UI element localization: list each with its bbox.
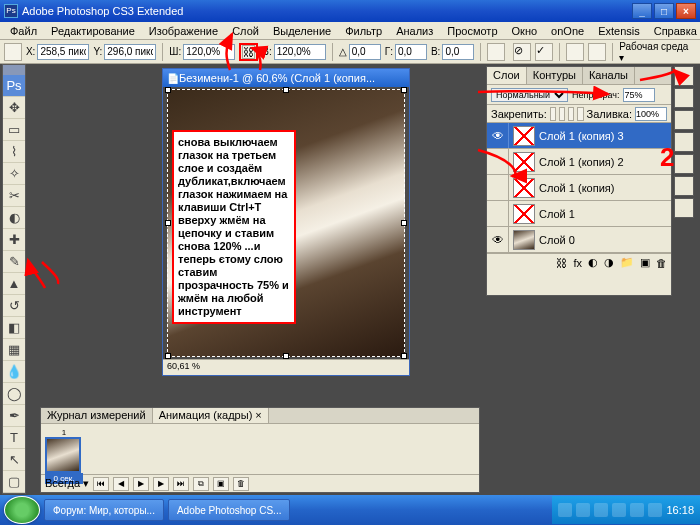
- minimize-button[interactable]: _: [632, 3, 652, 19]
- document-title[interactable]: 📄 Безимени-1 @ 60,6% (Слой 1 (копия...: [163, 69, 409, 87]
- tray-icon[interactable]: [576, 503, 590, 517]
- menu-Файл[interactable]: Файл: [4, 24, 43, 38]
- workspace-selector[interactable]: Рабочая среда ▾: [619, 41, 696, 63]
- minitab-6[interactable]: [674, 176, 694, 196]
- delete-frame-button[interactable]: 🗑: [233, 477, 249, 491]
- dodge-tool[interactable]: ◯: [3, 383, 25, 405]
- menu-Выделение[interactable]: Выделение: [267, 24, 337, 38]
- menu-Фильтр[interactable]: Фильтр: [339, 24, 388, 38]
- visibility-icon[interactable]: 👁: [487, 227, 509, 252]
- tray-icon[interactable]: [558, 503, 572, 517]
- next-frame-button[interactable]: ▶: [153, 477, 169, 491]
- close-button[interactable]: ×: [676, 3, 696, 19]
- menu-Extensis[interactable]: Extensis: [592, 24, 646, 38]
- tab-channels[interactable]: Каналы: [583, 67, 635, 84]
- first-frame-button[interactable]: ⏮: [93, 477, 109, 491]
- lock-pixels-icon[interactable]: [559, 107, 565, 121]
- eraser-tool[interactable]: ◧: [3, 317, 25, 339]
- minitab-4[interactable]: [674, 132, 694, 152]
- w-input[interactable]: [183, 44, 235, 60]
- path-tool[interactable]: ↖: [3, 449, 25, 471]
- menu-onOne[interactable]: onOne: [545, 24, 590, 38]
- system-tray[interactable]: 16:18: [552, 496, 700, 524]
- commit-transform-icon[interactable]: ✓: [535, 43, 553, 61]
- x-input[interactable]: [37, 44, 89, 60]
- y-input[interactable]: [104, 44, 156, 60]
- menu-Справка[interactable]: Справка: [648, 24, 700, 38]
- blend-mode-select[interactable]: Нормальный: [491, 88, 568, 102]
- move-tool[interactable]: ✥: [3, 97, 25, 119]
- new-frame-button[interactable]: ▣: [213, 477, 229, 491]
- tab-animation[interactable]: Анимация (кадры) ×: [153, 408, 269, 423]
- doc-status[interactable]: 60,61 %: [163, 359, 409, 375]
- screen-mode-icon[interactable]: [588, 43, 606, 61]
- tray-icon[interactable]: [630, 503, 644, 517]
- tray-icon[interactable]: [594, 503, 608, 517]
- shape-tool[interactable]: ▢: [3, 471, 25, 493]
- angle-input[interactable]: [349, 44, 381, 60]
- minitab-5[interactable]: [674, 154, 694, 174]
- hskew-input[interactable]: [395, 44, 427, 60]
- layer-name[interactable]: Слой 0: [539, 234, 671, 246]
- fill-input[interactable]: [635, 107, 667, 121]
- adjustment-icon[interactable]: ◑: [604, 256, 614, 269]
- start-button[interactable]: [4, 496, 40, 524]
- minitab-3[interactable]: [674, 110, 694, 130]
- menu-Изображение[interactable]: Изображение: [143, 24, 224, 38]
- menu-Слой[interactable]: Слой: [226, 24, 265, 38]
- lasso-tool[interactable]: ⌇: [3, 141, 25, 163]
- clock[interactable]: 16:18: [666, 504, 694, 516]
- link-layers-icon[interactable]: ⛓: [556, 257, 567, 269]
- visibility-icon[interactable]: 👁: [487, 123, 509, 148]
- layer-row[interactable]: Слой 1 (копия) 2: [487, 149, 671, 175]
- fx-icon[interactable]: fx: [573, 257, 582, 269]
- tray-icon[interactable]: [612, 503, 626, 517]
- visibility-icon[interactable]: [487, 201, 509, 226]
- gradient-tool[interactable]: ▦: [3, 339, 25, 361]
- h-input[interactable]: [274, 44, 326, 60]
- eyedropper-tool[interactable]: ◐: [3, 207, 25, 229]
- warp-icon[interactable]: [487, 43, 505, 61]
- layer-row[interactable]: 👁Слой 0: [487, 227, 671, 253]
- tab-measurements[interactable]: Журнал измерений: [41, 408, 153, 423]
- type-tool[interactable]: T: [3, 427, 25, 449]
- menu-Просмотр[interactable]: Просмотр: [441, 24, 503, 38]
- pen-tool[interactable]: ✒: [3, 405, 25, 427]
- go-bridge-icon[interactable]: [566, 43, 584, 61]
- tab-layers[interactable]: Слои: [487, 67, 527, 84]
- brush-tool[interactable]: ✎: [3, 251, 25, 273]
- lock-pos-icon[interactable]: [568, 107, 574, 121]
- marquee-tool[interactable]: ▭: [3, 119, 25, 141]
- layer-row[interactable]: Слой 1: [487, 201, 671, 227]
- layer-row[interactable]: 👁Слой 1 (копия) 3: [487, 123, 671, 149]
- minitab-1[interactable]: [674, 66, 694, 86]
- tab-paths[interactable]: Контуры: [527, 67, 583, 84]
- lock-all-icon[interactable]: [577, 107, 583, 121]
- cancel-transform-icon[interactable]: ⊘: [513, 43, 531, 61]
- layer-name[interactable]: Слой 1 (копия): [539, 182, 671, 194]
- group-icon[interactable]: 📁: [620, 256, 634, 269]
- taskbar-btn-1[interactable]: Форум: Мир, которы...: [44, 499, 164, 521]
- menu-Окно[interactable]: Окно: [506, 24, 544, 38]
- mask-icon[interactable]: ◐: [588, 256, 598, 269]
- opacity-input[interactable]: [623, 88, 655, 102]
- stamp-tool[interactable]: ▲: [3, 273, 25, 295]
- taskbar-btn-2[interactable]: Adobe Photoshop CS...: [168, 499, 291, 521]
- blur-tool[interactable]: 💧: [3, 361, 25, 383]
- menu-Редактирование[interactable]: Редактирование: [45, 24, 141, 38]
- tray-icon[interactable]: [648, 503, 662, 517]
- last-frame-button[interactable]: ⏭: [173, 477, 189, 491]
- layer-row[interactable]: Слой 1 (копия): [487, 175, 671, 201]
- minitab-2[interactable]: [674, 88, 694, 108]
- minitab-7[interactable]: [674, 198, 694, 218]
- layer-name[interactable]: Слой 1: [539, 208, 671, 220]
- reference-point-icon[interactable]: [4, 43, 22, 61]
- anim-frame-1[interactable]: 1 0 сек.: [45, 428, 83, 470]
- wand-tool[interactable]: ✧: [3, 163, 25, 185]
- history-brush-tool[interactable]: ↺: [3, 295, 25, 317]
- play-button[interactable]: ▶: [133, 477, 149, 491]
- prev-frame-button[interactable]: ◀: [113, 477, 129, 491]
- loop-selector[interactable]: Всегда ▾: [45, 477, 89, 490]
- crop-tool[interactable]: ✂: [3, 185, 25, 207]
- lock-trans-icon[interactable]: [550, 107, 556, 121]
